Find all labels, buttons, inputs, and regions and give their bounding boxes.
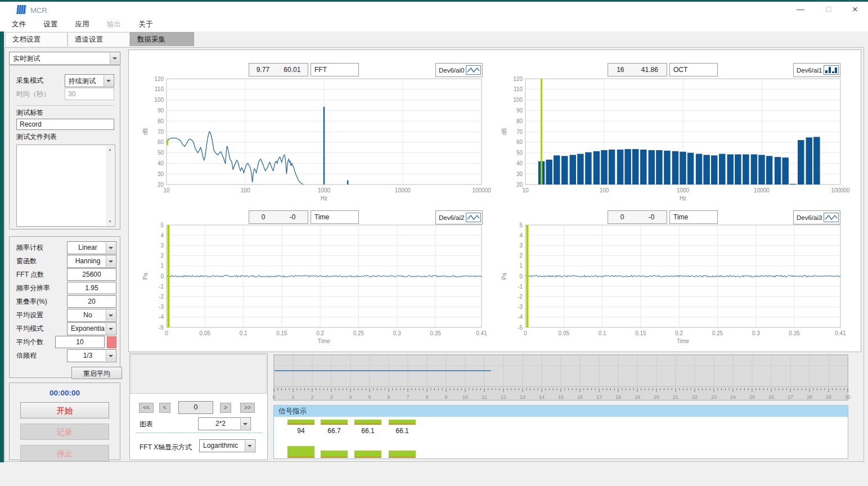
time3-cursor-y: -0 <box>649 213 655 221</box>
oct-channel-box[interactable]: Dev6/ai1 <box>793 63 840 77</box>
window-func-select[interactable]: Hanning <box>67 255 116 268</box>
test-tag-label: 测试标签 <box>16 108 114 119</box>
svg-text:30: 30 <box>158 171 164 177</box>
tab-channel-settings[interactable]: 通道设置 <box>68 32 130 46</box>
chevron-down-icon[interactable] <box>106 310 115 321</box>
svg-text:dB: dB <box>501 128 507 136</box>
close-button[interactable]: × <box>842 2 868 17</box>
octave-select[interactable]: 1/3 <box>67 349 116 362</box>
chevron-down-icon[interactable] <box>106 350 115 361</box>
start-button[interactable]: 开始 <box>20 402 109 418</box>
signal-level-bar <box>354 420 381 425</box>
test-file-list[interactable]: ▲ ▼ <box>16 145 115 227</box>
avg-mode-select[interactable]: Exponential <box>67 322 116 335</box>
time3-type-box[interactable]: Time <box>669 210 718 224</box>
svg-text:5: 5 <box>368 394 371 400</box>
test-mode-select[interactable]: 实时测试 <box>9 52 120 65</box>
chevron-down-icon[interactable] <box>110 53 119 64</box>
chevron-down-icon[interactable] <box>240 418 250 429</box>
time2-chart[interactable]: -5-4-3-2-101234500.050.10.150.20.250.30.… <box>129 224 488 350</box>
svg-text:1: 1 <box>160 263 164 269</box>
svg-text:9: 9 <box>444 394 447 400</box>
restart-average-button[interactable]: 重启平均 <box>71 367 122 379</box>
chevron-down-icon[interactable] <box>106 242 115 253</box>
svg-text:60: 60 <box>158 139 164 145</box>
fft-channel-box[interactable]: Dev6/ai0 <box>435 63 483 77</box>
svg-text:0.3: 0.3 <box>752 330 760 336</box>
page-prev-button[interactable]: < <box>159 403 170 413</box>
signal-indicator-panel: 信号指示 94 66.7 66.1 66.1 <box>273 405 848 459</box>
oct-cursor-x: 16 <box>617 66 624 74</box>
overlap-label: 重叠率(%) <box>16 297 47 307</box>
chevron-down-icon[interactable] <box>245 440 254 451</box>
fft-cursor-readout: 9.77 60.01 <box>249 63 308 76</box>
weighting-label: 频率计权 <box>16 243 43 253</box>
page-last-button[interactable]: >> <box>240 403 255 413</box>
svg-text:13: 13 <box>520 394 525 400</box>
fft-chart[interactable]: 2030405060708090100110120101001000100001… <box>129 78 488 204</box>
avg-count-label: 平均个数 <box>16 338 43 347</box>
svg-text:5: 5 <box>160 222 164 228</box>
chart-layout-select[interactable]: 2*2 <box>198 417 251 430</box>
maximize-button[interactable]: □ <box>816 2 842 17</box>
time3-chart[interactable]: -5-4-3-2-101234500.050.10.150.20.250.30.… <box>488 224 847 350</box>
svg-text:80: 80 <box>158 118 164 124</box>
page-number-field[interactable]: 0 <box>178 401 213 414</box>
freq-resolution-field[interactable]: 1.95 <box>67 282 116 294</box>
scroll-down-icon[interactable]: ▼ <box>106 218 114 226</box>
tab-data-acquisition[interactable]: 数据采集 <box>130 32 194 46</box>
svg-text:4: 4 <box>160 232 164 238</box>
time3-channel-box[interactable]: Dev6/ai3 <box>793 210 840 224</box>
test-tag-field[interactable]: Record <box>16 119 114 130</box>
chevron-down-icon[interactable] <box>106 256 115 267</box>
time2-type-box[interactable]: Time <box>311 210 359 224</box>
record-timeline[interactable]: 0123456789101112131415161718192021222324… <box>273 354 848 400</box>
window-func-label: 窗函数 <box>16 256 37 266</box>
avg-count-flag <box>107 336 116 348</box>
svg-text:12: 12 <box>501 394 506 400</box>
weighting-select[interactable]: Linear <box>67 241 116 254</box>
acq-mode-select[interactable]: 持续测试 <box>65 74 114 87</box>
avg-count-field[interactable]: 10 <box>55 336 105 348</box>
svg-text:18: 18 <box>615 394 621 400</box>
svg-text:0.25: 0.25 <box>712 330 723 336</box>
svg-text:8: 8 <box>425 394 428 400</box>
menu-about[interactable]: 关于 <box>134 20 156 29</box>
oct-type-box[interactable]: OCT <box>669 63 718 76</box>
menu-settings[interactable]: 设置 <box>39 20 61 29</box>
time2-channel-box[interactable]: Dev6/ai2 <box>435 210 483 224</box>
window-left-border <box>0 32 4 462</box>
divider <box>136 433 263 433</box>
menu-file[interactable]: 文件 <box>8 20 30 29</box>
fft-type-box[interactable]: FFT <box>311 63 359 76</box>
page-next-button[interactable]: > <box>220 403 231 413</box>
chevron-down-icon[interactable] <box>106 323 115 334</box>
octave-value: 1/3 <box>71 352 105 359</box>
scrollbar[interactable]: ▲ ▼ <box>106 146 114 226</box>
svg-text:0.2: 0.2 <box>675 330 683 336</box>
oct-cursor-y: 41.86 <box>641 66 658 74</box>
fft-points-label: FFT 点数 <box>16 270 44 280</box>
avg-mode-label: 平均模式 <box>16 324 43 334</box>
overlap-field[interactable]: 20 <box>67 295 116 308</box>
svg-text:100000: 100000 <box>831 187 850 194</box>
minimize-button[interactable]: — <box>788 2 813 17</box>
svg-text:0.05: 0.05 <box>200 330 211 336</box>
tab-document-settings[interactable]: 文档设置 <box>5 32 68 46</box>
svg-text:14: 14 <box>539 394 545 400</box>
svg-text:30: 30 <box>845 394 851 400</box>
chevron-down-icon[interactable] <box>104 75 113 86</box>
fft-points-field[interactable]: 25600 <box>67 268 116 281</box>
svg-text:2: 2 <box>160 253 164 259</box>
svg-text:10: 10 <box>163 187 170 194</box>
time2-channel-label: Dev6/ai2 <box>439 214 464 221</box>
avg-setting-select[interactable]: No <box>67 309 116 322</box>
page-first-button[interactable]: << <box>139 403 154 413</box>
fft-xaxis-select[interactable]: Logarithmic <box>199 439 255 452</box>
oct-chart[interactable]: 2030405060708090100110120101001000100001… <box>488 78 847 204</box>
svg-text:-5: -5 <box>159 325 164 331</box>
menu-apply[interactable]: 应用 <box>71 20 93 29</box>
scroll-up-icon[interactable]: ▲ <box>106 146 114 154</box>
bars-icon <box>824 65 839 75</box>
svg-text:0.05: 0.05 <box>559 330 570 336</box>
